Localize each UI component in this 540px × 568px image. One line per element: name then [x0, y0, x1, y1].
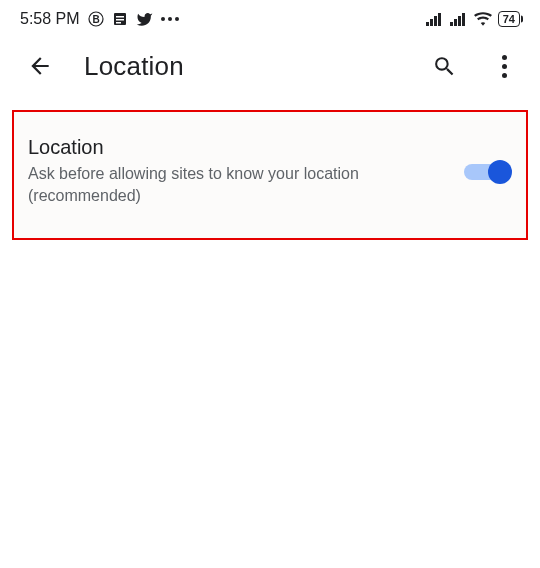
svg-rect-9	[438, 13, 441, 26]
battery-icon: 74	[498, 11, 520, 27]
svg-rect-8	[434, 16, 437, 26]
svg-rect-4	[116, 19, 124, 21]
setting-text: Location Ask before allowing sites to kn…	[28, 136, 444, 208]
back-button[interactable]	[24, 50, 56, 82]
setting-description: Ask before allowing sites to know your l…	[28, 163, 444, 208]
svg-rect-10	[450, 22, 453, 26]
twitter-icon	[136, 11, 153, 28]
more-vertical-icon	[502, 55, 507, 78]
app-bar: Location	[0, 34, 540, 98]
svg-text:B: B	[92, 14, 99, 25]
svg-rect-7	[430, 19, 433, 26]
status-bar-right: 74	[426, 11, 520, 27]
svg-rect-3	[116, 16, 124, 18]
location-toggle[interactable]	[464, 160, 508, 184]
wifi-icon	[474, 12, 492, 26]
toggle-thumb	[488, 160, 512, 184]
location-setting-row[interactable]: Location Ask before allowing sites to kn…	[12, 110, 528, 240]
search-icon	[432, 54, 457, 79]
news-icon	[112, 11, 128, 27]
svg-rect-5	[116, 22, 121, 24]
svg-rect-11	[454, 19, 457, 26]
arrow-left-icon	[27, 53, 53, 79]
more-options-button[interactable]	[488, 50, 520, 82]
svg-rect-12	[458, 16, 461, 26]
page-title: Location	[84, 51, 400, 82]
svg-rect-6	[426, 22, 429, 26]
signal-icon-2	[450, 12, 468, 26]
setting-title: Location	[28, 136, 444, 159]
b-circle-icon: B	[88, 11, 104, 27]
svg-rect-13	[462, 13, 465, 26]
status-bar-left: 5:58 PM B	[20, 10, 179, 28]
status-time: 5:58 PM	[20, 10, 80, 28]
search-button[interactable]	[428, 50, 460, 82]
signal-icon	[426, 12, 444, 26]
status-bar: 5:58 PM B 74	[0, 0, 540, 34]
battery-level: 74	[503, 14, 515, 25]
more-horizontal-icon	[161, 17, 179, 21]
